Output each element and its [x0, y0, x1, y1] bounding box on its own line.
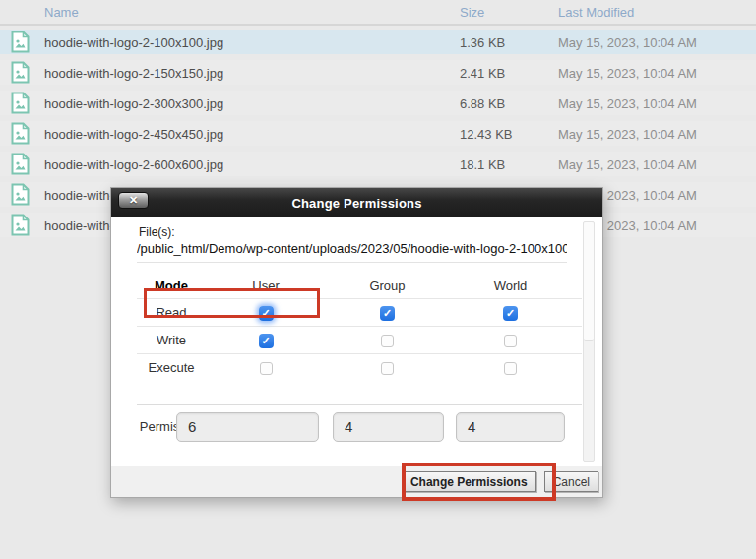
checkbox-write-group[interactable]: [381, 335, 394, 347]
file-modified: May 15, 2023, 10:04 AM: [558, 95, 697, 110]
image-file-icon: [11, 183, 30, 206]
file-row[interactable]: hoodie-with-logo-2-450x450.jpg 12.43 KB …: [0, 121, 756, 146]
permission-row-execute: Execute: [137, 353, 582, 381]
checkbox-read-world[interactable]: ✓: [503, 306, 518, 321]
close-icon[interactable]: ✕: [118, 192, 149, 209]
file-row[interactable]: hoodie-with-logo-2-100x100.jpg 1.36 KB M…: [0, 30, 756, 54]
file-size: 18.1 KB: [460, 156, 505, 171]
dialog-titlebar: ✕ Change Permissions: [111, 188, 602, 217]
file-name: hoodie-with-logo-2-450x450.jpg: [44, 126, 223, 141]
file-size: 1.36 KB: [460, 34, 505, 49]
file-size: 12.43 KB: [460, 126, 513, 141]
file-size: 6.88 KB: [460, 95, 505, 110]
change-permissions-button[interactable]: Change Permissions: [402, 471, 536, 492]
column-header-name[interactable]: Name: [44, 5, 79, 20]
dialog-scrollbar[interactable]: [583, 221, 595, 462]
file-path: /public_html/Demo/wp-content/uploads/202…: [137, 241, 567, 263]
mode-label-write: Write: [137, 333, 206, 347]
checkbox-execute-user[interactable]: [260, 362, 273, 375]
header-group: Group: [326, 279, 449, 293]
permission-numeric-row: Permission 6 4 4: [137, 404, 582, 446]
file-name: hoodie-with-logo-2-300x300.jpg: [44, 95, 223, 110]
permission-input-group[interactable]: 4: [333, 412, 444, 442]
files-label: File(s):: [139, 225, 175, 239]
permission-row-write: Write ✓: [137, 326, 582, 353]
file-modified: May 15, 2023, 10:04 AM: [558, 126, 697, 141]
mode-label-execute: Execute: [137, 360, 206, 375]
image-file-icon: [11, 122, 30, 145]
permissions-table: Mode User Group World Read ✓ ✓ ✓ Write ✓…: [137, 273, 582, 381]
header-mode: Mode: [137, 279, 206, 293]
file-name: hoodie-with-: [44, 187, 114, 202]
file-modified: May 15, 2023, 10:04 AM: [558, 34, 697, 49]
image-file-icon: [11, 153, 30, 175]
permissions-table-header: Mode User Group World: [137, 273, 582, 298]
checkbox-read-group[interactable]: ✓: [380, 306, 395, 321]
list-header: Name Size Last Modified: [0, 0, 756, 26]
column-header-size[interactable]: Size: [460, 5, 484, 20]
checkbox-execute-world[interactable]: [504, 362, 517, 375]
permission-input-world[interactable]: 4: [456, 412, 565, 442]
file-name: hoodie-with-logo-2-600x600.jpg: [44, 156, 223, 171]
image-file-icon: [11, 214, 30, 236]
dialog-title: Change Permissions: [291, 196, 421, 211]
cancel-button[interactable]: Cancel: [544, 471, 598, 492]
checkbox-read-user[interactable]: ✓: [259, 306, 274, 321]
image-file-icon: [11, 92, 30, 114]
dialog-footer: Change Permissions Cancel: [111, 466, 602, 497]
file-name: hoodie-with-logo-2-100x100.jpg: [44, 34, 223, 49]
file-row[interactable]: hoodie-with-logo-2-150x150.jpg 2.41 KB M…: [0, 60, 756, 85]
file-modified: May 15, 2023, 10:04 AM: [558, 65, 697, 80]
file-name: hoodie-with-logo-2-150x150.jpg: [44, 65, 223, 80]
permission-row-read: Read ✓ ✓ ✓: [137, 298, 582, 326]
checkbox-write-world[interactable]: [504, 335, 517, 347]
file-name: hoodie-with-: [44, 217, 114, 232]
file-modified: May 15, 2023, 10:04 AM: [558, 156, 697, 171]
permission-input-user[interactable]: 6: [176, 412, 319, 442]
header-world: World: [449, 279, 572, 293]
image-file-icon: [11, 31, 30, 53]
file-row[interactable]: hoodie-with-logo-2-600x600.jpg 18.1 KB M…: [0, 152, 756, 176]
file-row[interactable]: hoodie-with-logo-2-300x300.jpg 6.88 KB M…: [0, 91, 756, 115]
column-header-last-modified[interactable]: Last Modified: [558, 5, 634, 20]
header-user: User: [206, 279, 326, 293]
file-size: 2.41 KB: [460, 65, 505, 80]
checkbox-execute-group[interactable]: [381, 362, 394, 375]
checkbox-write-user[interactable]: ✓: [259, 334, 274, 348]
dialog-body: File(s): /public_html/Demo/wp-content/up…: [111, 217, 602, 466]
scrollbar-thumb[interactable]: [584, 222, 594, 341]
image-file-icon: [11, 61, 30, 84]
mode-label-read: Read: [137, 305, 206, 320]
change-permissions-dialog: ✕ Change Permissions File(s): /public_ht…: [110, 187, 603, 498]
